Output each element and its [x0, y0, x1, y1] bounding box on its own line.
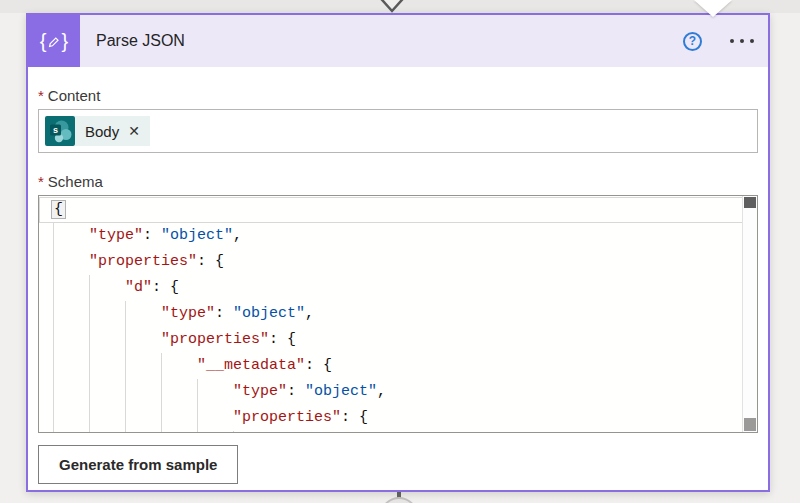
- code-line: {: [39, 197, 743, 223]
- brace-left-glyph: {: [40, 30, 47, 53]
- code-line: "properties": {: [39, 249, 743, 275]
- code-line: "properties": {: [39, 327, 743, 353]
- callout-pointer-icon: [694, 0, 732, 17]
- down-arrow-icon: [373, 0, 411, 13]
- scrollbar-corner: [744, 418, 756, 431]
- scrollbar-thumb[interactable]: [744, 197, 756, 208]
- pencil-icon: [48, 35, 61, 48]
- code-line: "type": "object",: [39, 379, 743, 405]
- code-line: "__metadata": {: [39, 353, 743, 379]
- token-body: Body ✕: [75, 116, 150, 146]
- help-button[interactable]: ?: [683, 32, 702, 51]
- header-actions: ?: [683, 32, 768, 51]
- code-line: "d": {: [39, 275, 743, 301]
- code-line: "type": "object",: [39, 223, 743, 249]
- indent-guide: [197, 379, 198, 432]
- code-line: "type": "object",: [39, 301, 743, 327]
- indent-guide: [89, 275, 90, 432]
- code-line: "properties": {: [39, 405, 743, 431]
- remove-token-icon[interactable]: ✕: [128, 123, 140, 139]
- editor-scrollbar[interactable]: [742, 196, 757, 432]
- required-asterisk: *: [38, 173, 44, 190]
- indent-guide: [233, 431, 234, 432]
- indent-guide: [53, 223, 54, 432]
- svg-text:s: s: [53, 125, 58, 135]
- sharepoint-icon: s: [45, 116, 75, 146]
- body-token[interactable]: s Body ✕: [45, 116, 150, 146]
- schema-field-label: *Schema: [38, 173, 758, 190]
- more-menu-button[interactable]: [728, 33, 756, 49]
- required-asterisk: *: [38, 87, 44, 104]
- question-mark-icon: ?: [689, 34, 696, 48]
- content-field-label: *Content: [38, 87, 758, 104]
- ellipsis-dot: [730, 39, 734, 43]
- ellipsis-dot: [750, 39, 754, 43]
- card-body: *Content s Body ✕ *Schema: [28, 87, 768, 484]
- ellipsis-dot: [740, 39, 744, 43]
- content-input[interactable]: s Body ✕: [38, 109, 758, 153]
- token-label: Body: [85, 123, 119, 140]
- parse-json-action-icon: {}: [28, 15, 80, 67]
- generate-from-sample-button[interactable]: Generate from sample: [38, 445, 238, 484]
- schema-editor[interactable]: { "type": "object", "properties": { "d":…: [38, 195, 758, 433]
- brace-right-glyph: }: [62, 30, 69, 53]
- indent-guide: [125, 301, 126, 432]
- card-title: Parse JSON: [96, 32, 185, 50]
- card-header[interactable]: {} Parse JSON ?: [28, 15, 768, 67]
- parse-json-action-card: {} Parse JSON ? *Content s: [26, 13, 770, 492]
- indent-guide: [161, 353, 162, 432]
- insert-step-button[interactable]: [380, 497, 418, 503]
- schema-code: { "type": "object", "properties": { "d":…: [39, 196, 743, 432]
- flow-designer-canvas: { "card": { "title": "Parse JSON", "help…: [0, 0, 800, 503]
